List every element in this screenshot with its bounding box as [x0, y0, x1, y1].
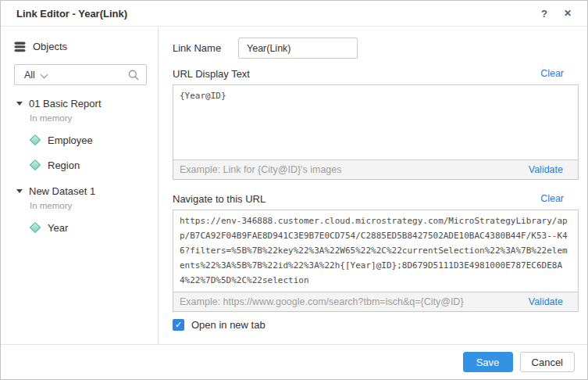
open-new-tab-checkbox[interactable]: ✓: [173, 319, 184, 331]
tree-group-label[interactable]: 01 Basic Report: [29, 98, 102, 109]
navigate-url-example-text: Example: https://www.google.com/search?t…: [180, 296, 529, 307]
tree-group-status: In memory: [30, 113, 147, 123]
dialog-title: Link Editor - Year(Link): [16, 8, 529, 20]
link-editor-dialog: Link Editor - Year(Link) ? ✕ Objects All: [0, 0, 588, 380]
navigate-url-header: Navigate to this URL Clear: [173, 192, 579, 206]
tree-group: 01 Basic Report In memory Employee Regio…: [16, 96, 147, 171]
navigate-url-validate-link[interactable]: Validate: [529, 296, 563, 307]
link-name-row: Link Name: [173, 38, 579, 59]
tree-group-row-01-basic-report[interactable]: 01 Basic Report: [16, 96, 147, 110]
open-new-tab-row[interactable]: ✓ Open in new tab: [173, 319, 579, 331]
title-bar: Link Editor - Year(Link) ? ✕: [1, 1, 587, 27]
url-display-textarea[interactable]: {Year@ID}: [173, 84, 579, 160]
tree-item-year[interactable]: Year: [30, 221, 147, 234]
objects-header-label: Objects: [33, 41, 67, 52]
attribute-diamond-icon: [30, 160, 41, 170]
navigate-url-clear-link[interactable]: Clear: [540, 193, 564, 204]
dialog-footer: Save Cancel: [1, 344, 587, 379]
navigate-url-label: Navigate to this URL: [173, 193, 265, 205]
datasets-stack-icon: [14, 41, 26, 52]
tree-item-label[interactable]: Region: [48, 160, 80, 171]
navigate-url-example-bar: Example: https://www.google.com/search?t…: [173, 292, 579, 312]
link-name-label: Link Name: [173, 42, 238, 54]
open-new-tab-label: Open in new tab: [191, 319, 265, 331]
tree-group: New Dataset 1 In memory Year: [16, 184, 147, 234]
objects-tree: 01 Basic Report In memory Employee Regio…: [14, 96, 147, 234]
attribute-diamond-icon: [30, 222, 41, 233]
url-display-example-text: Example: Link for {City@ID}'s images: [180, 164, 529, 175]
link-editor-main: Link Name URL Display Text Clear {Year@I…: [159, 27, 587, 344]
link-name-input[interactable]: [238, 38, 358, 59]
cancel-button[interactable]: Cancel: [520, 352, 575, 372]
collapse-arrow-icon[interactable]: [16, 189, 23, 193]
url-display-clear-link[interactable]: Clear: [540, 68, 564, 79]
help-icon[interactable]: ?: [536, 5, 553, 22]
collapse-arrow-icon[interactable]: [16, 102, 23, 106]
url-display-label: URL Display Text: [173, 68, 250, 80]
url-display-example-bar: Example: Link for {City@ID}'s images Val…: [173, 160, 579, 180]
object-filter-box[interactable]: All: [14, 64, 147, 85]
tree-group-label[interactable]: New Dataset 1: [29, 185, 95, 197]
save-button[interactable]: Save: [463, 352, 513, 372]
objects-header: Objects: [14, 41, 147, 52]
tree-group-status: In memory: [30, 201, 147, 210]
filter-selected-value[interactable]: All: [24, 70, 35, 81]
tree-item-label[interactable]: Employee: [48, 134, 93, 146]
dialog-body: Objects All 01 Basic Report In memory: [1, 27, 587, 344]
tree-item-region[interactable]: Region: [30, 159, 147, 171]
url-display-validate-link[interactable]: Validate: [529, 164, 563, 175]
tree-item-employee[interactable]: Employee: [30, 134, 147, 146]
attribute-diamond-icon: [30, 134, 41, 145]
chevron-down-icon[interactable]: [41, 70, 48, 77]
close-icon[interactable]: ✕: [559, 5, 576, 22]
navigate-url-textarea[interactable]: https://env-346888.customer.cloud.micros…: [173, 210, 579, 292]
objects-sidebar: Objects All 01 Basic Report In memory: [1, 27, 159, 344]
tree-item-label[interactable]: Year: [48, 222, 68, 234]
search-icon[interactable]: [128, 70, 139, 81]
url-display-header: URL Display Text Clear: [173, 66, 579, 81]
tree-group-row-new-dataset-1[interactable]: New Dataset 1: [16, 184, 147, 198]
